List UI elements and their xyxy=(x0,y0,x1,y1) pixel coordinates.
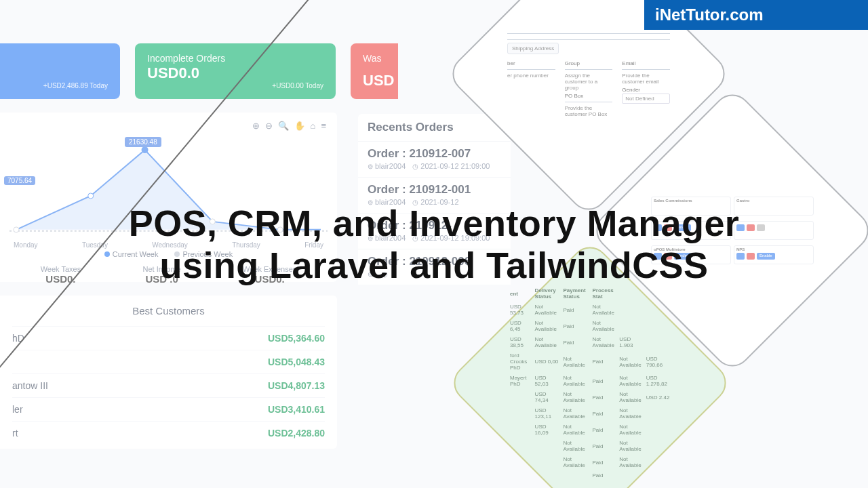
stat-label: Net Income xyxy=(142,265,180,273)
order-item[interactable]: Order : 210912- blair20042021-09-12 19:0… xyxy=(358,213,511,249)
stat-card-wasted: Was USD xyxy=(351,43,398,99)
svg-point-1 xyxy=(14,227,19,232)
xlabel: Wednesday xyxy=(152,241,188,249)
order-item[interactable]: Order : 210912-001 blair20042021-09-12 xyxy=(358,177,511,213)
stat-title: Incomplete Orders xyxy=(147,53,323,64)
chart-peak-label: 21630.48 xyxy=(125,137,161,147)
customer-row[interactable]: hDUSD5,364.60 xyxy=(12,326,325,350)
customer-row[interactable]: USD5,048.43 xyxy=(12,350,325,373)
svg-point-3 xyxy=(142,146,149,153)
stat-value: USD0. xyxy=(243,273,296,285)
order-time: 2021-09-12 19:09:00 xyxy=(412,234,490,242)
order-time: 2021-09-12 21:09:00 xyxy=(412,162,490,170)
order-title: Order : 210912-006 xyxy=(368,255,501,268)
stat-value: USD0. xyxy=(41,273,81,285)
chart-xaxis: Monday Tuesday Wednesday Thursday Friday xyxy=(9,241,328,249)
order-user: blair2004 xyxy=(368,234,406,242)
menu-icon[interactable]: ≡ xyxy=(321,121,326,131)
chart-legend: Current Week Previous Week xyxy=(9,250,328,258)
search-icon[interactable]: 🔍 xyxy=(278,121,289,131)
hand-icon[interactable]: ✋ xyxy=(294,121,305,131)
stat-value: USD0.0 xyxy=(147,64,323,82)
legend-current: Current Week xyxy=(104,250,159,258)
stat-card-incomplete: Incomplete Orders USD0.0 +USD0.00 Today xyxy=(135,43,336,99)
svg-point-2 xyxy=(88,193,94,199)
stat-value: USD xyxy=(363,72,386,89)
order-title: Order : 210912-007 xyxy=(368,147,501,161)
stat-label: Week Taxes xyxy=(41,265,81,273)
best-customers: Best Customers hDUSD5,364.60 USD5,048.43… xyxy=(0,296,337,449)
stat-cards-row: +USD2,486.89 Today Incomplete Orders USD… xyxy=(0,43,398,99)
orders-table: entDelivery StatusPayment StatusProcess … xyxy=(509,285,671,481)
xlabel: Thursday xyxy=(232,241,260,249)
stat-label: Week Expenses xyxy=(243,265,296,273)
chart-panel: ⊕ ⊖ 🔍 ✋ ⌂ ≡ 21630.48 7075.64 Monday Tues… xyxy=(0,113,337,282)
svg-point-5 xyxy=(277,227,283,232)
customer-row[interactable]: antow IIIUSD4,807.13 xyxy=(12,373,325,397)
chart-stats: Week TaxesUSD0. Net IncomeUSD .0 Week Ex… xyxy=(9,265,328,285)
home-icon[interactable]: ⌂ xyxy=(311,121,316,131)
gender-select[interactable]: Not Defined xyxy=(622,94,670,104)
stat-title: Was xyxy=(363,53,386,64)
chart-toolbar: ⊕ ⊖ 🔍 ✋ ⌂ ≡ xyxy=(252,121,326,131)
xlabel: Monday xyxy=(14,241,38,249)
stat-value: USD .0 xyxy=(142,273,180,285)
brand-badge: iNetTutor.com xyxy=(644,0,868,30)
order-time xyxy=(382,270,390,278)
xlabel: Friday xyxy=(304,241,323,249)
minus-icon[interactable]: ⊖ xyxy=(265,121,273,131)
svg-point-4 xyxy=(210,219,215,224)
order-user: blair2004 xyxy=(368,162,406,170)
best-customers-title: Best Customers xyxy=(12,305,325,317)
plus-icon[interactable]: ⊕ xyxy=(252,121,260,131)
order-title: Order : 210912- xyxy=(368,219,501,232)
order-title: Order : 210912-001 xyxy=(368,183,501,197)
customer-row[interactable]: lerUSD3,410.61 xyxy=(12,397,325,421)
order-user: blair2004 xyxy=(368,198,406,206)
stat-sub: +USD2,486.89 Today xyxy=(12,82,108,89)
customer-row[interactable]: rtUSD2,428.80 xyxy=(12,421,325,445)
tab-shipping[interactable]: Shipping Address xyxy=(507,43,559,54)
order-user xyxy=(368,270,375,278)
stat-card-today: +USD2,486.89 Today xyxy=(0,43,120,99)
legend-previous: Previous Week xyxy=(174,250,233,258)
chart-svg xyxy=(9,138,328,240)
chart-left-label: 7075.64 xyxy=(4,176,35,185)
order-time: 2021-09-12 xyxy=(412,198,458,206)
order-item[interactable]: Order : 210912-006 xyxy=(358,249,511,285)
